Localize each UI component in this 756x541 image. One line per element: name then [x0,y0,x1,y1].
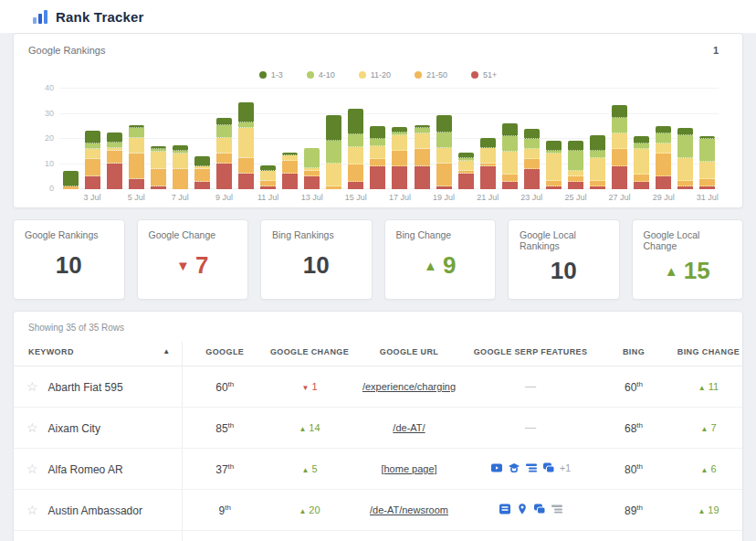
stacked-bar-29-Jul[interactable] [656,126,671,189]
metric-number: 15 [684,257,710,285]
table-row: ☆Austin Ambassador9th▲20/de-AT/newsroom8… [14,490,743,531]
stacked-bar-8-Jul[interactable] [194,156,210,189]
bar-segment-1-3 [326,115,341,141]
bar-segment-11-20 [370,146,385,159]
bar-segment-11-20 [129,138,144,154]
stacked-bar-20-Jul[interactable] [458,153,474,189]
stacked-bar-6-Jul[interactable] [151,146,166,189]
bar-segment-21-50 [326,186,341,189]
no-serp-features-dash: — [525,380,536,393]
column-header-google-serp-features[interactable]: Google SERP Features [467,342,594,366]
featured-snippet-icon[interactable] [525,461,538,474]
favorite-star-icon[interactable]: ☆ [26,379,38,394]
column-header-bing-change[interactable]: Bing Change [673,342,743,366]
keywords-table: Keyword ▲ Google Google Change Google UR… [14,342,743,541]
metric-card-google-change[interactable]: Google Change▼7 [137,219,249,300]
bar-segment-11-20 [656,143,671,154]
metric-card-google-rankings[interactable]: Google Rankings10 [13,219,125,300]
google-url-link[interactable]: /de-AT/ [393,422,425,433]
bar-slot-19-Jul [433,115,455,189]
stacked-bar-23-Jul[interactable] [524,129,540,189]
stacked-bar-24-Jul[interactable] [546,141,562,189]
metric-card-bing-change[interactable]: Bing Change▲9 [384,219,497,300]
bar-segment-1-3 [348,109,363,134]
stacked-bar-31-Jul[interactable] [699,136,715,189]
favorite-star-icon[interactable]: ☆ [26,461,38,476]
stacked-bar-14-Jul[interactable] [326,115,341,189]
google-rankings-chart-panel: Google Rankings 1 1-34-1011-2021-5051+ 0… [13,33,743,208]
stacked-bar-5-Jul[interactable] [129,125,144,189]
stacked-bar-15-Jul[interactable] [348,109,363,189]
stacked-bar-3-Jul[interactable] [85,131,100,189]
related-questions-icon[interactable] [542,461,555,474]
bar-slot-16-Jul [367,126,389,189]
bing-rank-cell: 68th [594,408,673,449]
google-url-link[interactable]: [home page] [381,463,436,474]
bar-segment-51+ [634,182,649,189]
empty-cell [594,531,673,541]
column-header-bing[interactable]: Bing [594,342,673,366]
stacked-bar-12-Jul[interactable] [282,153,298,189]
site-links-icon[interactable] [499,503,511,515]
related-questions-icon[interactable] [533,503,546,515]
bar-segment-51+ [415,166,430,189]
bar-slot-17-Jul [389,127,411,189]
arrow-up-icon: ▲ [665,264,678,278]
column-header-google-change[interactable]: Google Change [268,342,352,366]
x-axis-tick-label [59,193,81,202]
serp-features-cell [467,490,594,531]
legend-item-1-3[interactable]: 1-3 [259,69,283,81]
x-axis-tick-label: 27 Jul [609,193,631,202]
x-axis-tick-label: 5 Jul [125,193,147,202]
favorite-star-icon[interactable]: ☆ [26,503,38,517]
stacked-bar-2-Jul[interactable] [63,171,79,189]
stacked-bar-17-Jul[interactable] [392,127,407,189]
legend-item-51+[interactable]: 51+ [471,69,497,81]
stacked-bar-30-Jul[interactable] [677,128,693,189]
legend-item-4-10[interactable]: 4-10 [307,69,335,81]
google-url-link[interactable]: /de-AT/newsroom [370,504,448,515]
legend-label: 4-10 [319,70,335,80]
bar-segment-4-10 [699,139,715,162]
stacked-bar-18-Jul[interactable] [415,125,430,189]
serp-features-more-count[interactable]: +1 [560,462,571,473]
chart-page-indicator[interactable]: 1 [713,45,728,56]
legend-item-21-50[interactable]: 21-50 [415,69,447,81]
stacked-bar-26-Jul[interactable] [590,135,605,189]
stacked-bar-28-Jul[interactable] [634,136,649,189]
stacked-bar-25-Jul[interactable] [568,141,583,189]
knowledge-graph-icon[interactable] [508,461,520,474]
chart-legend: 1-34-1011-2021-5051+ [28,69,728,81]
bar-segment-1-3 [63,171,79,186]
column-header-google-url[interactable]: Google URL [352,342,467,366]
stacked-bar-10-Jul[interactable] [238,102,254,189]
stacked-bar-19-Jul[interactable] [436,115,452,189]
stacked-bar-11-Jul[interactable] [260,165,276,189]
metric-card-bing-rankings[interactable]: Bing Rankings10 [260,219,373,300]
metric-card-google-local-change[interactable]: Google Local Change▲15 [632,219,744,300]
bar-segment-11-20 [524,149,540,159]
legend-label: 11-20 [371,70,391,80]
column-header-google[interactable]: Google [182,342,268,366]
chart-title: Google Rankings [28,45,105,56]
stacked-bar-7-Jul[interactable] [173,145,188,189]
column-header-keyword[interactable]: Keyword ▲ [14,342,182,366]
featured-snippet-icon[interactable] [551,503,563,515]
local-pack-icon[interactable] [516,503,529,515]
stacked-bar-27-Jul[interactable] [612,105,627,189]
bar-segment-51+ [436,186,452,189]
bar-slot-11-Jul [257,165,279,189]
stacked-bar-16-Jul[interactable] [370,126,385,189]
stacked-bar-21-Jul[interactable] [480,138,496,189]
legend-item-11-20[interactable]: 11-20 [359,69,391,81]
favorite-star-icon[interactable]: ☆ [26,420,38,435]
bar-segment-21-50 [436,164,452,186]
stacked-bar-9-Jul[interactable] [216,118,232,189]
stacked-bar-13-Jul[interactable] [304,148,320,189]
legend-dot-icon [259,71,267,79]
video-carousel-icon[interactable] [490,461,503,474]
google-url-link[interactable]: /experience/charging [362,381,456,392]
metric-card-google-local-rankings[interactable]: Google Local Rankings10 [508,219,620,300]
stacked-bar-4-Jul[interactable] [107,133,122,189]
stacked-bar-22-Jul[interactable] [502,123,518,189]
